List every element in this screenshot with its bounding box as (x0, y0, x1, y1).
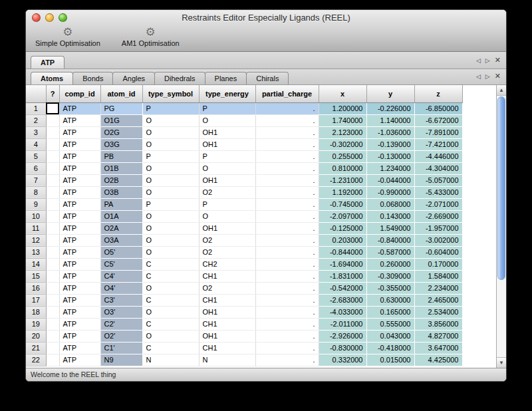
cell-type-symbol[interactable]: C (142, 318, 199, 330)
row-header[interactable]: 11 (26, 222, 46, 234)
close-button[interactable] (32, 13, 41, 22)
cell-atom-id[interactable]: O4' (100, 282, 142, 294)
row-header[interactable]: 10 (26, 210, 46, 222)
tab-atoms[interactable]: Atoms (31, 72, 73, 84)
cell-partial-charge[interactable]: . (255, 270, 319, 282)
cell-x[interactable]: -0.125000 (319, 222, 366, 234)
tab-scroll-left-icon[interactable]: ◁ (476, 57, 481, 64)
cell-type-energy[interactable]: P (199, 102, 255, 114)
cell-y[interactable]: 0.043000 (366, 330, 414, 342)
row-header[interactable]: 20 (26, 330, 46, 342)
tab-planes[interactable]: Planes (205, 72, 247, 84)
cell-atom-id[interactable]: C2' (100, 318, 142, 330)
cell-z[interactable]: 3.647000 (414, 342, 462, 354)
cell-z[interactable]: -1.957000 (414, 222, 462, 234)
cell-y[interactable]: 0.165000 (366, 306, 414, 318)
cell-z[interactable]: 4.425000 (414, 354, 462, 366)
cell-z[interactable]: -6.850000 (414, 102, 462, 114)
cell-y[interactable]: -0.044000 (366, 174, 414, 186)
cell-flag[interactable] (46, 126, 59, 138)
cell-z[interactable]: -7.891000 (414, 126, 462, 138)
cell-comp-id[interactable]: ATP (59, 138, 100, 150)
tab-chirals[interactable]: Chirals (246, 72, 289, 84)
cell-type-energy[interactable]: OH1 (199, 174, 255, 186)
cell-atom-id[interactable]: O1B (100, 162, 142, 174)
cell-y[interactable]: -1.036000 (366, 126, 414, 138)
cell-partial-charge[interactable]: . (255, 222, 319, 234)
row-header[interactable]: 14 (26, 258, 46, 270)
cell-partial-charge[interactable]: . (255, 126, 319, 138)
cell-z[interactable]: -4.446000 (414, 150, 462, 162)
cell-z[interactable]: 1.584000 (414, 270, 462, 282)
cell-type-energy[interactable]: CH1 (199, 342, 255, 354)
row-header[interactable]: 2 (26, 114, 46, 126)
cell-atom-id[interactable]: PA (100, 198, 142, 210)
cell-y[interactable]: 1.549000 (366, 222, 414, 234)
cell-flag[interactable] (46, 198, 59, 210)
cell-flag[interactable] (46, 114, 59, 126)
cell-y[interactable]: -0.130000 (366, 150, 414, 162)
cell-partial-charge[interactable]: . (255, 234, 319, 246)
cell-type-energy[interactable]: O2 (199, 186, 255, 198)
cell-atom-id[interactable]: O3B (100, 186, 142, 198)
cell-partial-charge[interactable]: . (255, 138, 319, 150)
cell-partial-charge[interactable]: . (255, 114, 319, 126)
cell-type-symbol[interactable]: C (142, 342, 199, 354)
cell-comp-id[interactable]: ATP (59, 102, 100, 114)
cell-comp-id[interactable]: ATP (59, 150, 100, 162)
document-tab-atp[interactable]: ATP (31, 56, 65, 68)
cell-flag[interactable] (46, 258, 59, 270)
cell-type-symbol[interactable]: O (142, 174, 199, 186)
cell-flag[interactable] (46, 222, 59, 234)
cell-comp-id[interactable]: ATP (59, 342, 100, 354)
cell-type-symbol[interactable]: O (142, 114, 199, 126)
cell-flag[interactable] (46, 342, 59, 354)
cell-type-energy[interactable]: P (199, 150, 255, 162)
cell-z[interactable]: 2.234000 (414, 282, 462, 294)
cell-partial-charge[interactable]: . (255, 210, 319, 222)
cell-type-symbol[interactable]: O (142, 246, 199, 258)
cell-comp-id[interactable]: ATP (59, 246, 100, 258)
scroll-up-icon[interactable]: ▲ (497, 85, 506, 96)
cell-z[interactable]: -2.669000 (414, 210, 462, 222)
cell-type-symbol[interactable]: O (142, 138, 199, 150)
cell-x[interactable]: -2.011000 (319, 318, 366, 330)
cell-atom-id[interactable]: PB (100, 150, 142, 162)
cell-z[interactable]: 3.856000 (414, 318, 462, 330)
cell-atom-id[interactable]: O3G (100, 138, 142, 150)
cell-partial-charge[interactable]: . (255, 330, 319, 342)
cell-comp-id[interactable]: ATP (59, 174, 100, 186)
cell-x[interactable]: -1.831000 (319, 270, 366, 282)
cell-comp-id[interactable]: ATP (59, 294, 100, 306)
cell-type-symbol[interactable]: O (142, 186, 199, 198)
cell-type-energy[interactable]: OH1 (199, 306, 255, 318)
tab-scroll-left-icon[interactable]: ◁ (476, 73, 481, 80)
row-header[interactable]: 3 (26, 126, 46, 138)
row-header[interactable]: 6 (26, 162, 46, 174)
cell-flag[interactable] (46, 162, 59, 174)
cell-partial-charge[interactable]: . (255, 246, 319, 258)
cell-z[interactable]: -0.604000 (414, 246, 462, 258)
cell-flag[interactable] (46, 318, 59, 330)
vertical-scrollbar[interactable]: ▲ ▼ (496, 85, 506, 368)
cell-type-symbol[interactable]: C (142, 258, 199, 270)
tab-scroll-right-icon[interactable]: ▷ (485, 57, 490, 64)
cell-comp-id[interactable]: ATP (59, 114, 100, 126)
cell-partial-charge[interactable]: . (255, 306, 319, 318)
cell-flag[interactable] (46, 138, 59, 150)
cell-partial-charge[interactable]: . (255, 198, 319, 210)
cell-atom-id[interactable]: C3' (100, 294, 142, 306)
cell-type-symbol[interactable]: O (142, 282, 199, 294)
cell-x[interactable]: -0.302000 (319, 138, 366, 150)
cell-atom-id[interactable]: O2A (100, 222, 142, 234)
cell-comp-id[interactable]: ATP (59, 270, 100, 282)
cell-comp-id[interactable]: ATP (59, 306, 100, 318)
column-header-type-symbol[interactable]: type_symbol (142, 85, 199, 102)
cell-x[interactable]: -2.926000 (319, 330, 366, 342)
cell-flag[interactable] (46, 186, 59, 198)
cell-partial-charge[interactable]: . (255, 294, 319, 306)
cell-x[interactable]: 2.123000 (319, 126, 366, 138)
row-header[interactable]: 18 (26, 306, 46, 318)
cell-comp-id[interactable]: ATP (59, 234, 100, 246)
cell-z[interactable]: -6.672000 (414, 114, 462, 126)
